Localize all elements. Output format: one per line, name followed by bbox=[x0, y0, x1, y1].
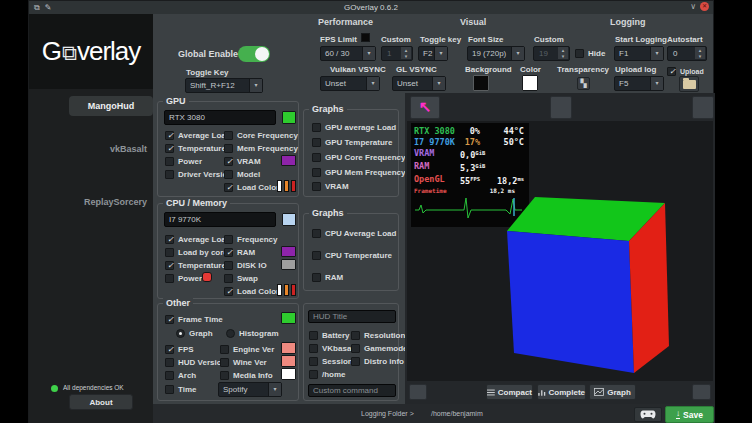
hud-position-button[interactable]: ↖ bbox=[410, 96, 440, 119]
gpu-color-swatch[interactable] bbox=[282, 111, 296, 124]
graph-preset-button[interactable]: Graph bbox=[589, 384, 636, 400]
media-player-select[interactable]: Spotify bbox=[218, 382, 282, 397]
disk-io-checkbox[interactable]: DISK IO bbox=[224, 260, 267, 270]
histogram-radio[interactable]: Histogram bbox=[226, 328, 279, 338]
cpu-load-color-swatches[interactable] bbox=[277, 284, 296, 296]
complete-preset-button[interactable]: Complete bbox=[537, 384, 586, 400]
vulkan-vsync-select[interactable]: Unset bbox=[320, 76, 380, 91]
gpu-name-input[interactable] bbox=[164, 110, 276, 125]
cpu-average-load-checkbox[interactable]: Average Load bbox=[165, 234, 231, 244]
graph-gpu-temperature-checkbox[interactable]: GPU Temperature bbox=[312, 137, 392, 147]
resolution-checkbox[interactable]: Resolution bbox=[351, 330, 405, 340]
preview-nav-left-button[interactable] bbox=[409, 384, 427, 400]
text-color-swatch[interactable] bbox=[522, 75, 538, 91]
cpu-frequency-checkbox[interactable]: Frequency bbox=[224, 234, 277, 244]
media-info-color-swatch[interactable] bbox=[281, 368, 296, 380]
gpu-load-color-checkbox[interactable]: Load Color bbox=[224, 182, 279, 192]
compact-preset-button[interactable]: Compact bbox=[486, 384, 533, 400]
custom-command-input[interactable] bbox=[308, 384, 396, 397]
gpu-power-checkbox[interactable]: Power bbox=[165, 156, 202, 166]
media-info-checkbox[interactable]: Media Info bbox=[220, 370, 273, 380]
preview-tool-button-2[interactable] bbox=[692, 96, 714, 119]
disk-io-color-swatch[interactable] bbox=[281, 259, 296, 270]
sidebar-tab-vkbasalt[interactable]: vkBasalt bbox=[29, 144, 147, 154]
gpu-mem-frequency-checkbox[interactable]: Mem Frequency bbox=[224, 143, 298, 153]
frame-time-checkbox[interactable]: Frame Time bbox=[165, 314, 223, 324]
upload-folder-button[interactable] bbox=[679, 76, 699, 92]
cpu-load-by-core-checkbox[interactable]: Load by core bbox=[165, 247, 228, 257]
logging-folder-label[interactable]: Logging Folder > bbox=[361, 410, 414, 417]
upload-log-select[interactable]: F5 bbox=[614, 76, 664, 91]
ram-checkbox[interactable]: RAM bbox=[224, 247, 255, 257]
swap-checkbox[interactable]: Swap bbox=[224, 273, 258, 283]
time-checkbox[interactable]: Time bbox=[165, 384, 197, 394]
cpu-load-color-checkbox[interactable]: Load Color bbox=[224, 286, 279, 296]
graph-radio[interactable]: Graph bbox=[176, 328, 213, 338]
cpu-power-color-swatch[interactable] bbox=[202, 272, 212, 282]
start-logging-select[interactable]: F1 bbox=[614, 46, 664, 61]
arch-checkbox[interactable]: Arch bbox=[165, 370, 196, 380]
fps-custom-stepper[interactable]: 1 bbox=[381, 46, 413, 61]
preview-nav-right-button[interactable] bbox=[692, 384, 711, 400]
home-checkbox[interactable]: /home bbox=[309, 369, 346, 379]
save-button[interactable]: ↓Save bbox=[665, 406, 714, 423]
graph-gpu-average-load-checkbox[interactable]: GPU average Load bbox=[312, 122, 396, 132]
checkbox-icon bbox=[224, 261, 233, 270]
gpu-vram-checkbox[interactable]: VRAM bbox=[224, 156, 261, 166]
frame-time-color-swatch[interactable] bbox=[281, 312, 296, 324]
preview-tool-button-1[interactable] bbox=[550, 96, 572, 119]
graph-cpu-average-load-checkbox[interactable]: CPU Average Load bbox=[312, 228, 396, 238]
gpu-average-load-checkbox[interactable]: Average Load bbox=[165, 130, 231, 140]
gpu-load-color-swatches[interactable] bbox=[277, 180, 296, 192]
graph-cpu-temperature-checkbox[interactable]: CPU Temperature bbox=[312, 250, 392, 260]
transparency-button[interactable]: ▚ bbox=[577, 77, 590, 90]
cpu-name-input[interactable] bbox=[164, 212, 276, 227]
sidebar-tab-replaysorcery[interactable]: ReplaySorcery bbox=[29, 197, 147, 207]
gpu-model-checkbox[interactable]: Model bbox=[224, 169, 260, 179]
graph-gpu-core-frequency-checkbox[interactable]: GPU Core Frequency bbox=[312, 152, 405, 162]
fps-limit-select[interactable]: 60 / 30 bbox=[320, 46, 376, 61]
about-button[interactable]: About bbox=[69, 394, 133, 410]
chevron-down-icon[interactable]: ∨ bbox=[690, 2, 696, 11]
fps-checkbox[interactable]: FPS bbox=[165, 344, 194, 354]
close-icon[interactable]: ✕ bbox=[700, 2, 709, 11]
distro-info-checkbox[interactable]: Distro info bbox=[351, 356, 404, 366]
gpu-temperature-checkbox[interactable]: Temperature bbox=[165, 143, 226, 153]
graph-vram-checkbox[interactable]: VRAM bbox=[312, 181, 349, 191]
sidebar-tab-mangohud[interactable]: MangoHud bbox=[69, 96, 153, 116]
gl-vsync-select[interactable]: Unset bbox=[392, 76, 446, 91]
autostart-stepper[interactable]: 0 bbox=[667, 46, 707, 61]
gamepad-button[interactable] bbox=[634, 407, 662, 422]
engine-ver-color-swatch[interactable] bbox=[281, 342, 296, 354]
graph-ram-checkbox[interactable]: RAM bbox=[312, 272, 343, 282]
engine-ver-checkbox[interactable]: Engine Ver bbox=[220, 344, 274, 354]
session-checkbox[interactable]: Session bbox=[309, 356, 353, 366]
upload-checkbox[interactable]: Upload bbox=[667, 66, 704, 76]
background-color-swatch[interactable] bbox=[473, 75, 489, 91]
vkbasalt-checkbox[interactable]: VKbasalt bbox=[309, 343, 356, 353]
button-label: Complete bbox=[549, 388, 585, 397]
checkbox-label: FPS bbox=[178, 345, 194, 354]
wine-ver-color-swatch[interactable] bbox=[281, 355, 296, 367]
gpu-driver-version-checkbox[interactable]: Driver Version bbox=[165, 169, 232, 179]
upload-log-label: Upload log bbox=[615, 65, 656, 74]
gamemode-checkbox[interactable]: Gamemode bbox=[351, 343, 408, 353]
battery-checkbox[interactable]: Battery bbox=[309, 330, 350, 340]
global-enable-toggle[interactable] bbox=[238, 46, 270, 62]
wine-ver-checkbox[interactable]: Wine Ver bbox=[220, 357, 267, 367]
fps-limit-color-swatch[interactable] bbox=[361, 33, 370, 42]
cpu-color-swatch[interactable] bbox=[282, 213, 296, 226]
hide-checkbox[interactable]: Hide bbox=[575, 48, 605, 58]
graph-gpu-mem-frequency-checkbox[interactable]: GPU Mem Frequency bbox=[312, 167, 405, 177]
font-size-select[interactable]: 19 (720p) bbox=[467, 46, 525, 61]
hud-title-input[interactable] bbox=[308, 310, 396, 323]
vram-color-swatch[interactable] bbox=[281, 155, 296, 166]
hud-version-checkbox[interactable]: HUD Version bbox=[165, 357, 226, 367]
ram-color-swatch[interactable] bbox=[281, 246, 296, 257]
toggle-key-select[interactable]: Shift_R+F12 bbox=[185, 78, 263, 93]
cpu-temperature-checkbox[interactable]: Temperature bbox=[165, 260, 226, 270]
cpu-power-checkbox[interactable]: Power bbox=[165, 273, 202, 283]
gpu-core-frequency-checkbox[interactable]: Core Frequency bbox=[224, 130, 298, 140]
fps-toggle-key-select[interactable]: F2 bbox=[418, 46, 448, 61]
font-custom-stepper[interactable]: 19 bbox=[533, 46, 570, 61]
